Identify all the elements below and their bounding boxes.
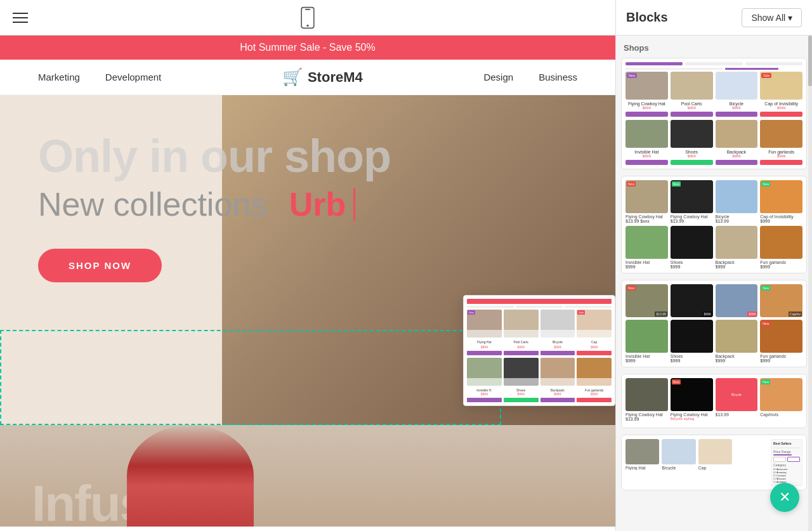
- block-thumb-1[interactable]: New Sale Flying Cowboy Hat$999 Pool Cart…: [621, 58, 807, 169]
- show-all-label: Show All ▾: [751, 13, 792, 23]
- hamburger-menu-button[interactable]: [13, 13, 28, 23]
- hero-subtitle-accent: Urb: [289, 185, 346, 223]
- mobile-preview-button[interactable]: [299, 6, 317, 29]
- show-all-button[interactable]: Show All ▾: [742, 8, 802, 27]
- section-label-shops: Shops: [624, 43, 807, 53]
- svg-point-1: [306, 24, 308, 26]
- block-thumb-5[interactable]: Flying Hat Bicycle Cap Best S: [621, 435, 807, 490]
- editor-area: Hot Summer Sale - Save 50% Marketing Dev…: [0, 0, 615, 531]
- nav-link-business[interactable]: Business: [539, 72, 577, 82]
- nav-link-development[interactable]: Development: [105, 72, 161, 82]
- announcement-bar: Hot Summer Sale - Save 50%: [0, 36, 615, 60]
- block-thumb-4[interactable]: Flying Cowboy Hat $13.99 New Flying Cowb…: [621, 374, 807, 428]
- logo-cart-icon: 🛒: [282, 67, 303, 87]
- top-toolbar: [0, 0, 615, 36]
- nav-links-right: Design Business: [483, 72, 577, 82]
- logo-text: StoreM4: [308, 69, 363, 86]
- sidebar-scrollbar-thumb: [808, 36, 812, 86]
- right-sidebar: Blocks Show All ▾ Shops New: [615, 0, 812, 531]
- sidebar-title: Blocks: [626, 10, 668, 25]
- shop-now-button[interactable]: SHOP NOW: [38, 249, 162, 282]
- hero-subtitle-prefix: New collections: [38, 185, 267, 223]
- hero-subtitle: New collections Urb: [38, 185, 577, 223]
- site-logo[interactable]: 🛒 StoreM4: [282, 67, 363, 87]
- floating-block-preview: New Sale Flying Hat Pool Carts Bicycle C…: [463, 295, 615, 406]
- announcement-text: Hot Summer Sale - Save 50%: [240, 42, 375, 53]
- hero-section: Only in our shop New collections Urb SHO…: [0, 95, 615, 425]
- nav-link-design[interactable]: Design: [483, 72, 513, 82]
- nav-link-marketing[interactable]: Marketing: [38, 72, 80, 82]
- hero-title: Only in our shop: [38, 133, 577, 179]
- sidebar-header: Blocks Show All ▾: [616, 0, 812, 36]
- sidebar-scroll-area[interactable]: Shops New Sale: [616, 36, 812, 531]
- sidebar-scrollbar[interactable]: [808, 36, 812, 531]
- hero-content: Only in our shop New collections Urb SHO…: [0, 95, 615, 320]
- block-thumb-3[interactable]: New $13.99 $999 $999 New: [621, 280, 807, 367]
- block-thumb-2[interactable]: New Flying Cowboy Hat $13.99 $xxx New Fl…: [621, 176, 807, 273]
- hero-cursor: [353, 188, 355, 221]
- close-icon: ✕: [779, 489, 790, 506]
- nav-links-left: Marketing Development: [38, 72, 161, 82]
- website-preview: Hot Summer Sale - Save 50% Marketing Dev…: [0, 36, 615, 531]
- site-navigation: Marketing Development 🛒 StoreM4 Design B…: [0, 60, 615, 95]
- close-button[interactable]: ✕: [770, 483, 799, 512]
